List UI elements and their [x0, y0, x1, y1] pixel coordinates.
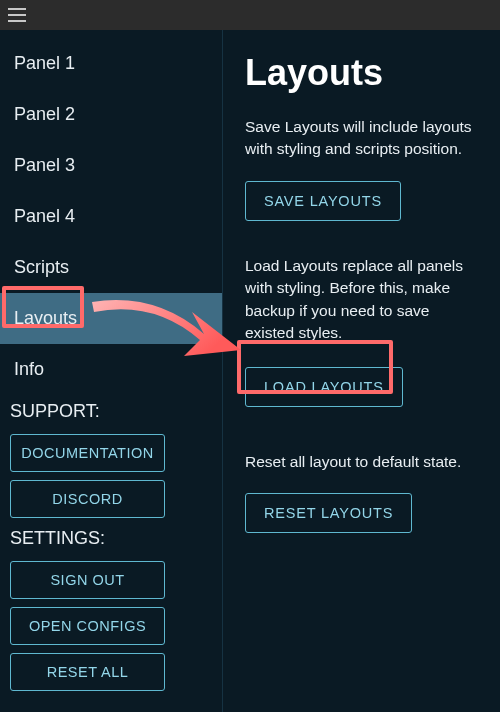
hamburger-menu-icon[interactable]	[8, 8, 26, 22]
sidebar-item-panel-4[interactable]: Panel 4	[0, 191, 222, 242]
open-configs-button[interactable]: OPEN CONFIGS	[10, 607, 165, 645]
discord-button[interactable]: DISCORD	[10, 480, 165, 518]
load-layouts-block: Load Layouts replace all panels with sty…	[245, 255, 482, 441]
sidebar: Panel 1 Panel 2 Panel 3 Panel 4 Scripts …	[0, 30, 223, 712]
sign-out-button[interactable]: SIGN OUT	[10, 561, 165, 599]
topbar	[0, 0, 500, 30]
reset-layouts-button[interactable]: RESET LAYOUTS	[245, 493, 412, 533]
save-layouts-block: Save Layouts will include layouts with s…	[245, 116, 482, 255]
documentation-button[interactable]: DOCUMENTATION	[10, 434, 165, 472]
load-layouts-desc: Load Layouts replace all panels with sty…	[245, 255, 482, 345]
save-layouts-desc: Save Layouts will include layouts with s…	[245, 116, 482, 161]
reset-all-button[interactable]: RESET ALL	[10, 653, 165, 691]
sidebar-item-info[interactable]: Info	[0, 344, 222, 395]
sidebar-item-scripts[interactable]: Scripts	[0, 242, 222, 293]
main-content: Layouts Save Layouts will include layout…	[223, 30, 500, 712]
reset-layouts-block: Reset all layout to default state. RESET…	[245, 451, 482, 567]
load-layouts-button[interactable]: LOAD LAYOUTS	[245, 367, 403, 407]
support-heading: SUPPORT:	[0, 395, 222, 430]
sidebar-item-panel-3[interactable]: Panel 3	[0, 140, 222, 191]
reset-layouts-desc: Reset all layout to default state.	[245, 451, 482, 473]
settings-heading: SETTINGS:	[0, 522, 222, 557]
sidebar-item-layouts[interactable]: Layouts	[0, 293, 222, 344]
page-title: Layouts	[245, 52, 482, 94]
app-body: Panel 1 Panel 2 Panel 3 Panel 4 Scripts …	[0, 30, 500, 712]
save-layouts-button[interactable]: SAVE LAYOUTS	[245, 181, 401, 221]
sidebar-item-panel-1[interactable]: Panel 1	[0, 38, 222, 89]
sidebar-item-panel-2[interactable]: Panel 2	[0, 89, 222, 140]
